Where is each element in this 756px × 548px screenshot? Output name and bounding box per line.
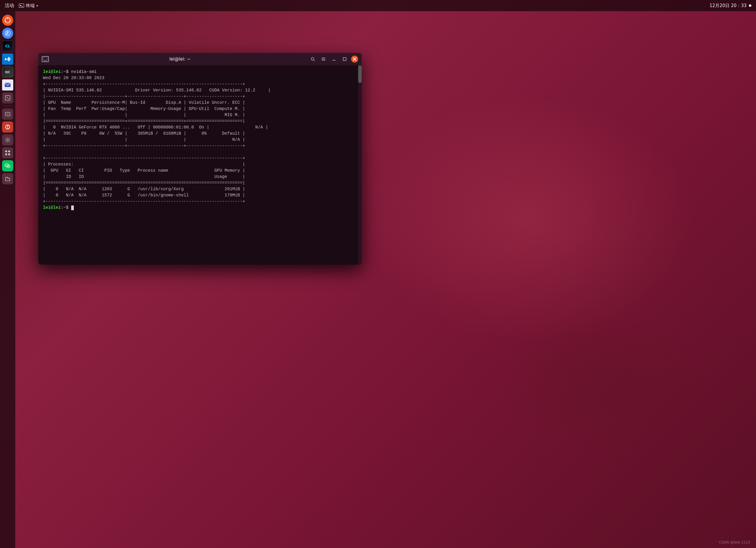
ubuntu-icon[interactable] — [2, 15, 13, 26]
browser-icon[interactable] — [2, 28, 13, 39]
svg-rect-18 — [8, 153, 10, 155]
watermark-text: CSDN @lele-1123 — [719, 540, 750, 544]
qc-label: QC — [5, 70, 10, 74]
topbar-terminal-app[interactable]: 终端 ▾ — [19, 3, 38, 9]
svg-point-29 — [311, 58, 314, 60]
titlebar-buttons — [309, 55, 358, 63]
red-app-icon[interactable] — [2, 121, 13, 133]
clion-icon[interactable]: CL — [2, 41, 13, 52]
terminal-titlebar: lei@lei: ~ — [38, 53, 362, 65]
blank-line1 — [43, 149, 357, 155]
vscode-icon[interactable] — [2, 54, 13, 65]
svg-point-2 — [7, 18, 8, 19]
svg-rect-16 — [8, 151, 10, 152]
svg-rect-15 — [5, 151, 7, 152]
prompt-user: lei@lei — [43, 69, 61, 74]
close-button[interactable] — [351, 56, 358, 63]
command-line: lei@lei:~$ nvidia-smi — [43, 69, 357, 75]
proc-row1: | 0 N/A N/A 1203 G /usr/lib/xorg/Xorg 20… — [43, 186, 357, 192]
close-icon — [352, 57, 357, 61]
proc-border-top: +---------------------------------------… — [43, 155, 357, 161]
browser-svg — [4, 30, 11, 36]
app2-svg — [5, 111, 11, 117]
terminal-app-label: 终端 — [26, 3, 35, 9]
topbar-right: 12月20日 20：33 — [710, 3, 751, 9]
wechat-svg — [4, 163, 11, 169]
proc-header: | Processes: | — [43, 161, 357, 168]
datetime-label: 12月20日 20：33 — [710, 3, 747, 9]
smi-col-header2: | Fan Temp Perf Pwr:Usage/Cap| Memory-Us… — [43, 106, 357, 112]
qc-icon[interactable]: QC — [2, 66, 13, 78]
terminal-icon-svg — [20, 4, 23, 7]
proc-border-bot: +---------------------------------------… — [43, 198, 357, 205]
settings-icon[interactable] — [2, 134, 13, 146]
mail-icon[interactable] — [2, 79, 13, 91]
monitor-icon — [42, 56, 49, 62]
cursor — [71, 205, 74, 210]
svg-rect-17 — [5, 153, 7, 155]
wechat-icon[interactable] — [2, 160, 13, 171]
final-prompt-sep: :~$ — [61, 205, 71, 210]
svg-point-23 — [8, 166, 9, 167]
monitor-svg — [43, 57, 47, 61]
smi-double-sep: |===============================+=======… — [43, 118, 357, 124]
svg-line-8 — [6, 97, 9, 99]
files-icon[interactable] — [2, 173, 13, 184]
settings-svg — [5, 137, 11, 143]
sidebar: CL QC — [0, 11, 15, 548]
command-text: nvidia-smi — [71, 69, 97, 74]
gpu-row3: | | | N/A | — [43, 137, 357, 143]
minimize-button[interactable] — [330, 55, 338, 63]
smi-col-header1: | GPU Name Persistence-M| Bus-Id Disp.A … — [43, 100, 357, 106]
app2-icon[interactable] — [2, 108, 13, 120]
app1-svg — [5, 95, 11, 101]
vscode-svg — [5, 56, 11, 62]
prompt-separator: :~$ — [61, 69, 71, 74]
smi-col-header3: | | | MIG M. | — [43, 112, 357, 118]
titlebar-title: lei@lei: ~ — [51, 56, 309, 62]
terminal-content[interactable]: lei@lei:~$ nvidia-smi Wed Dec 20 20:33:0… — [38, 65, 362, 265]
border-top: +---------------------------------------… — [43, 81, 357, 87]
gpu-row1: | 0 NVIDIA GeForce RTX 4060 ... Off | 00… — [43, 124, 357, 131]
topbar-terminal-icon — [19, 4, 24, 8]
svg-point-13 — [7, 128, 8, 128]
final-prompt-user: lei@lei — [43, 205, 61, 210]
app1-icon[interactable] — [2, 92, 13, 103]
mail-svg — [5, 83, 11, 87]
grid-svg — [5, 150, 11, 156]
svg-point-24 — [9, 166, 9, 167]
gpu-row2: | N/A 39C P8 6W / 55W | 385MiB / 8188MiB… — [43, 131, 357, 137]
hamburger-icon — [321, 57, 326, 61]
scrollbar-thumb[interactable] — [358, 65, 362, 83]
grid-icon[interactable] — [2, 147, 13, 158]
ubuntu-logo-svg — [4, 17, 11, 24]
red-app-svg — [5, 124, 11, 130]
proc-double-sep: |=======================================… — [43, 180, 357, 186]
timestamp-line: Wed Dec 20 20:33:00 2023 — [43, 75, 357, 81]
smi-separator1: |-------------------------------+-------… — [43, 93, 357, 100]
terminal-title-text: lei@lei: ~ — [169, 56, 191, 62]
files-svg — [5, 176, 11, 182]
terminal-window: lei@lei: ~ — [38, 53, 362, 265]
final-prompt-line: lei@lei:~$ — [43, 205, 357, 211]
search-icon — [311, 57, 315, 61]
svg-rect-35 — [343, 58, 346, 61]
svg-point-4 — [5, 21, 6, 22]
proc-col-header1: | GPU GI CI PID Type Process name GPU Me… — [43, 168, 357, 174]
indicator-dot — [749, 4, 751, 7]
terminal-dropdown-arrow[interactable]: ▾ — [36, 4, 38, 7]
minimize-icon — [332, 57, 336, 61]
terminal-scrollbar[interactable] — [358, 65, 362, 265]
svg-rect-25 — [43, 57, 47, 60]
smi-header: | NVIDIA-SMI 535.146.02 Driver Version: … — [43, 87, 357, 93]
menu-button[interactable] — [319, 55, 328, 63]
watermark: CSDN @lele-1123 — [719, 540, 750, 544]
svg-point-3 — [9, 21, 11, 22]
maximize-button[interactable] — [341, 55, 349, 63]
search-button[interactable] — [309, 55, 317, 63]
activities-label[interactable]: 活动 — [5, 3, 14, 9]
clion-label: CL — [5, 44, 10, 48]
gpu-border-bot: +-------------------------------+-------… — [43, 143, 357, 149]
svg-point-20 — [6, 165, 6, 166]
maximize-icon — [342, 57, 347, 61]
